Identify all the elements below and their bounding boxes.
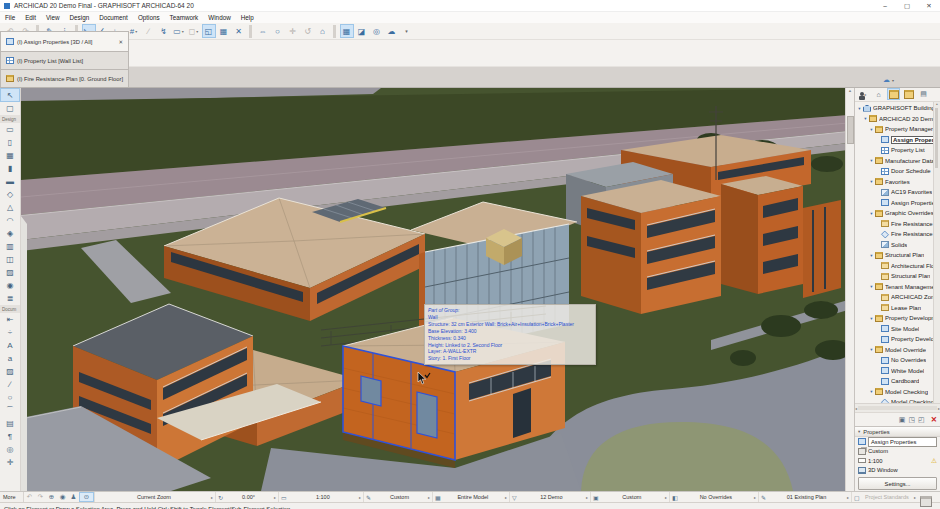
graphic-override-dropdown[interactable]: ◧ No Overrides <box>669 492 758 502</box>
project-chooser-button[interactable] <box>857 88 870 100</box>
tree-item-favorites[interactable]: ▾ Favorites <box>855 176 940 187</box>
line-tool[interactable]: ∕ <box>0 378 20 391</box>
menu-item[interactable]: Design <box>65 14 95 21</box>
tree-item-site-model[interactable]: Site Model <box>855 323 940 334</box>
tab-fire-resistance-plan[interactable]: (I) Fire Resistance Plan [0. Ground Floo… <box>0 69 129 87</box>
tab-property-list[interactable]: (I) Property List [Wall List] <box>0 51 129 69</box>
settings-button[interactable]: Settings... <box>858 477 937 490</box>
expand-chevron[interactable]: ▾ <box>856 106 863 111</box>
stair-tool[interactable]: ≣ <box>0 292 20 305</box>
view-map-button[interactable] <box>887 88 900 100</box>
separator[interactable] <box>249 25 252 38</box>
scale-dropdown[interactable]: ▭ 1:100 <box>278 492 363 502</box>
tree-item-white-model[interactable]: White Model <box>855 365 940 376</box>
move-icon[interactable]: ◱ <box>202 24 216 38</box>
palette-section-document[interactable]: Docum <box>0 305 20 313</box>
menu-item[interactable]: Teamwork <box>165 14 204 21</box>
pen-set-dropdown[interactable]: ✎ Custom <box>363 492 432 502</box>
tree-vertical-scrollbar[interactable]: ▴ <box>933 102 940 404</box>
tree-item-property-development[interactable]: ▾ Property Developm <box>855 313 940 324</box>
walk-mode-icon[interactable]: ♟ <box>68 493 79 501</box>
layout-book-button[interactable] <box>902 88 915 100</box>
tree-item-property-manager[interactable]: ▾ Property Manager <box>855 124 940 135</box>
toolbar-more-dropdown[interactable]: ▾ <box>400 24 414 38</box>
polyline-tool[interactable]: ⌒ <box>0 404 20 417</box>
fill-tool[interactable]: ▨ <box>0 365 20 378</box>
shadows-icon[interactable]: ◪ <box>355 24 369 38</box>
slab-tool[interactable]: ◇ <box>0 188 20 201</box>
palette-section-design[interactable]: Design <box>0 115 20 123</box>
tree-item-structural-plan[interactable]: ▾ Structural Plan <box>855 250 940 261</box>
grid-display-icon[interactable]: ▦ <box>340 24 354 38</box>
tree-item-door-schedule[interactable]: Door Schedule <box>855 166 940 177</box>
beam-tool[interactable]: ▬ <box>0 175 20 188</box>
printer-icon[interactable] <box>920 496 932 507</box>
tree-item-archicad-zones[interactable]: ARCHICAD Zones <box>855 292 940 303</box>
bimcloud-icon[interactable]: ☁ <box>385 24 399 38</box>
publisher-button[interactable]: ▤ <box>917 88 930 100</box>
zoom-in-icon[interactable]: ⊕ <box>46 493 57 501</box>
wall-tool[interactable]: ▭ <box>0 123 20 136</box>
menu-item[interactable]: Options <box>133 14 165 21</box>
tree-item-fire-resistance-model[interactable]: Fire Resistance M <box>855 229 940 240</box>
window-control-button[interactable]: ▢ <box>896 2 918 10</box>
tree-item-structural-plan-2[interactable]: Structural Plan <box>855 271 940 282</box>
tree-item-solids[interactable]: Solids <box>855 239 940 250</box>
zoom-mode-button[interactable]: ⊙ <box>79 492 94 502</box>
menu-item[interactable]: Edit <box>20 14 41 21</box>
menu-item[interactable]: Window <box>203 14 235 21</box>
tree-item-cardboard[interactable]: Cardboard <box>855 376 940 387</box>
tree-scrollbar-thumb[interactable] <box>935 108 938 168</box>
expand-chevron[interactable]: ▾ <box>868 389 875 394</box>
menu-item[interactable]: File <box>0 14 20 21</box>
tab-assign-properties[interactable]: (I) Assign Properties [3D / All] <box>0 31 129 51</box>
drawing-tool[interactable]: ¶ <box>0 430 20 443</box>
tree-item-manufacturer-data[interactable]: ▾ Manufacturer Data <box>855 155 940 166</box>
expand-chevron[interactable]: ▾ <box>868 347 875 352</box>
tree-item-model-override[interactable]: ▾ Model Override <box>855 344 940 355</box>
new-viewpoint-button[interactable]: ◳ <box>908 416 915 424</box>
lock-icon[interactable]: ◻ <box>187 24 201 38</box>
menu-item[interactable]: Help <box>236 14 259 21</box>
tree-item-model-checking[interactable]: ▾ Model Checking <box>855 386 940 397</box>
previous-view-icon[interactable]: ↶ <box>24 493 35 501</box>
properties-panel-header[interactable]: Properties <box>855 427 940 437</box>
window-control-button[interactable]: ✕ <box>918 2 940 10</box>
tree-horizontal-scrollbar[interactable]: ◂▸ <box>855 403 940 412</box>
level-dimension-tool[interactable]: ÷ <box>0 326 20 339</box>
fit-in-window-icon[interactable]: ⇔ <box>256 24 270 38</box>
dimension-style-dropdown[interactable]: ▣ Custom <box>590 492 669 502</box>
expand-chevron[interactable]: ▾ <box>868 158 875 163</box>
3d-viewport[interactable]: Part of Group:WallStructure: 32 cm Exter… <box>21 88 854 491</box>
popup-navigator-icon[interactable]: ☁ <box>883 76 894 84</box>
home-view-icon[interactable]: ⌂ <box>316 24 330 38</box>
viewport-scrollbar[interactable]: ▲ <box>845 88 854 491</box>
zoom-preset-dropdown[interactable]: Current Zoom <box>94 492 215 502</box>
separator[interactable] <box>333 25 336 38</box>
zoom-icon[interactable]: ○ <box>271 24 285 38</box>
window-control-button[interactable]: – <box>874 2 896 10</box>
palette-section-more[interactable]: More <box>0 492 24 502</box>
clone-folder-button[interactable]: ◰ <box>918 416 925 424</box>
close-icon[interactable]: ✕ <box>232 24 246 38</box>
expand-chevron[interactable]: ▾ <box>868 316 875 321</box>
menu-item[interactable]: Document <box>94 14 133 21</box>
marquee-tool[interactable]: ▢ <box>0 102 20 115</box>
label-tool[interactable]: a <box>0 352 20 365</box>
render-icon[interactable]: ◎ <box>370 24 384 38</box>
mesh-tool[interactable]: ▨ <box>0 266 20 279</box>
magic-wand-icon[interactable]: ↯ <box>157 24 171 38</box>
scrollbar-thumb[interactable] <box>847 116 854 144</box>
pan-view-icon[interactable]: ◉ <box>57 493 68 501</box>
dimension-tool[interactable]: ⇤ <box>0 313 20 326</box>
viewpoint-name-field[interactable]: Assign Properties <box>868 437 937 447</box>
schedule-icon[interactable]: ▦ <box>217 24 231 38</box>
column-tool[interactable]: ▮ <box>0 162 20 175</box>
tree-item-archicad-20-demo[interactable]: ▾ ARCHICAD 20 Demo <box>855 113 940 124</box>
project-map-button[interactable]: ⌂ <box>872 88 885 100</box>
morph-tool[interactable]: ◈ <box>0 227 20 240</box>
guide-segment-icon[interactable]: ∕ <box>142 24 156 38</box>
arrow-tool[interactable]: ↖ <box>0 88 20 102</box>
project-standards-dropdown[interactable]: ▢ Project Standards <box>851 492 918 502</box>
next-view-icon[interactable]: ↷ <box>35 493 46 501</box>
